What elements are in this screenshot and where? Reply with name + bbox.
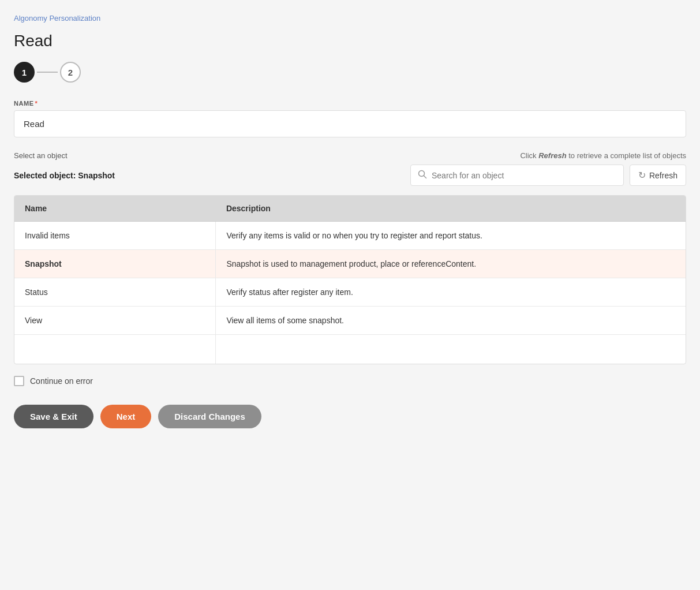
continue-on-error-checkbox[interactable]: [14, 376, 24, 386]
step-2[interactable]: 2: [60, 62, 81, 83]
steps-row: 1 2: [14, 62, 686, 83]
table-row[interactable]: ViewView all items of some snapshot.: [14, 307, 686, 335]
table-header-row: Name Description: [14, 196, 686, 222]
selected-object-text: Selected object: Snapshot: [14, 171, 115, 180]
objects-table: Name Description Invalid itemsVerify any…: [14, 196, 686, 364]
select-object-label: Select an object: [14, 151, 68, 160]
discard-changes-button[interactable]: Discard Changes: [158, 405, 261, 428]
table-row[interactable]: Invalid itemsVerify any items is valid o…: [14, 222, 686, 250]
table-cell-name: Snapshot: [14, 250, 216, 278]
col-description: Description: [216, 196, 686, 222]
table-row[interactable]: SnapshotSnapshot is used to management p…: [14, 250, 686, 278]
search-box: [410, 165, 624, 186]
svg-line-1: [424, 176, 426, 178]
search-refresh-row: ↻ Refresh: [410, 165, 686, 186]
name-field-section: NAME*: [14, 100, 686, 137]
save-exit-button[interactable]: Save & Exit: [14, 405, 93, 428]
refresh-icon: ↻: [638, 170, 646, 181]
table-cell-description: View all items of some snapshot.: [216, 307, 686, 335]
table-cell-description: Verify status after register any item.: [216, 278, 686, 307]
search-icon: [418, 170, 427, 181]
step-connector: [37, 72, 58, 73]
continue-error-row: Continue on error: [14, 376, 686, 386]
table-row-empty: [14, 335, 686, 364]
table-cell-name: Status: [14, 278, 216, 307]
name-label: NAME*: [14, 100, 686, 107]
search-input[interactable]: [432, 171, 616, 180]
actions-row: Save & Exit Next Discard Changes: [14, 405, 686, 428]
table-row[interactable]: StatusVerify status after register any i…: [14, 278, 686, 307]
continue-on-error-label: Continue on error: [30, 376, 93, 386]
step-1[interactable]: 1: [14, 62, 35, 83]
refresh-button[interactable]: ↻ Refresh: [630, 165, 686, 186]
object-section: Select an object Click Refresh to retrie…: [14, 151, 686, 186]
table-cell-description: Snapshot is used to management product, …: [216, 250, 686, 278]
table-cell-description: Verify any items is valid or no when you…: [216, 222, 686, 250]
page-title: Read: [14, 32, 686, 50]
refresh-hint: Click Refresh to retrieve a complete lis…: [520, 151, 686, 160]
breadcrumb[interactable]: Algonomy Personalization: [14, 14, 686, 23]
table-cell-name: View: [14, 307, 216, 335]
objects-table-wrapper: Name Description Invalid itemsVerify any…: [14, 195, 686, 364]
refresh-button-label: Refresh: [649, 171, 677, 180]
next-button[interactable]: Next: [100, 405, 152, 428]
object-controls-row: Selected object: Snapshot ↻ Refresh: [14, 165, 686, 186]
table-cell-name: Invalid items: [14, 222, 216, 250]
col-name: Name: [14, 196, 216, 222]
object-section-header: Select an object Click Refresh to retrie…: [14, 151, 686, 160]
name-input[interactable]: [14, 110, 686, 137]
